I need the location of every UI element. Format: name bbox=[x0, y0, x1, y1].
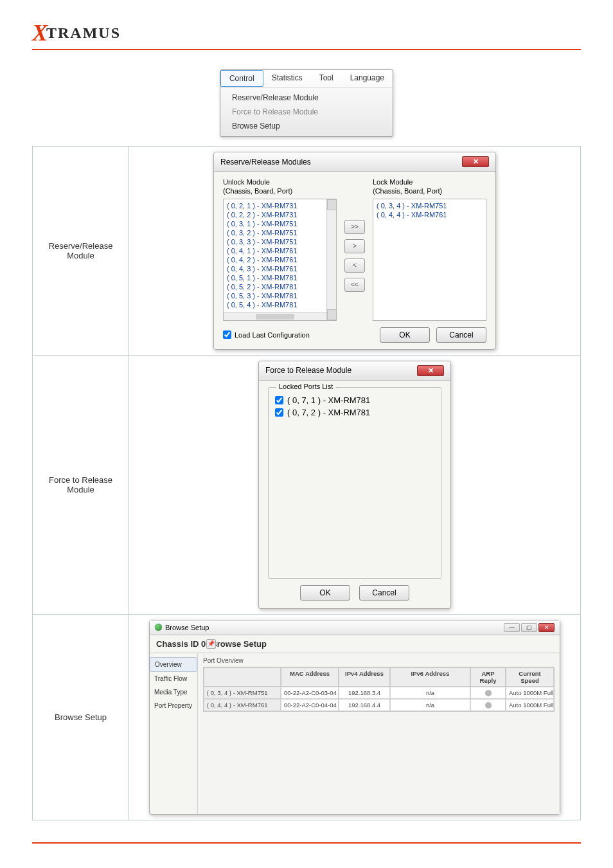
cell-mac: 00-22-A2-C0-03-04 bbox=[281, 687, 339, 699]
move-left-button[interactable]: < bbox=[344, 258, 365, 273]
cell-port: ( 0, 4, 4 ) - XM-RM761 bbox=[204, 699, 281, 711]
col-ipv4: IPv4 Address bbox=[339, 667, 390, 687]
list-item[interactable]: ( 0, 2, 2 ) - XM-RM731 bbox=[226, 210, 334, 219]
side-tab-overview[interactable]: Overview bbox=[150, 657, 197, 672]
menu-tab-tool[interactable]: Tool bbox=[311, 70, 342, 87]
locked-list: ( 0, 7, 1 ) - XM-RM781( 0, 7, 2 ) - XM-R… bbox=[272, 394, 437, 574]
cancel-button[interactable]: Cancel bbox=[436, 327, 486, 343]
list-item[interactable]: ( 0, 4, 1 ) - XM-RM761 bbox=[226, 246, 334, 255]
cell-ipv4: 192.168.4.4 bbox=[339, 699, 390, 711]
menu-bar: Control Statistics Tool Language bbox=[220, 70, 393, 87]
minimize-icon[interactable]: — bbox=[504, 623, 520, 632]
menu-item-reserve[interactable]: Reserve/Release Module bbox=[220, 91, 393, 105]
move-all-right-button[interactable]: >> bbox=[344, 220, 365, 234]
grid-header: MAC Address IPv4 Address IPv6 Address AR… bbox=[204, 667, 554, 687]
load-last-label: Load Last Configuration bbox=[235, 331, 310, 339]
side-tabs: Overview Traffic Flow Media Type Port Pr… bbox=[150, 653, 198, 814]
logo-text: TRAMUS bbox=[46, 24, 121, 42]
maximize-icon[interactable]: ▢ bbox=[521, 623, 537, 632]
locked-item-checkbox[interactable] bbox=[275, 408, 283, 417]
ok-button[interactable]: OK bbox=[300, 585, 350, 601]
window-controls: — ▢ ✕ bbox=[504, 623, 555, 632]
locked-item-label: ( 0, 7, 2 ) - XM-RM781 bbox=[287, 408, 370, 417]
cell-ipv4: 192.168.3.4 bbox=[339, 687, 390, 699]
force-release-window: Force to Release Module ✕ Locked Ports L… bbox=[258, 361, 451, 609]
menu-tab-language[interactable]: Language bbox=[342, 70, 393, 87]
cancel-button[interactable]: Cancel bbox=[359, 585, 409, 601]
footer-rule bbox=[32, 842, 581, 844]
row3-label: Browse Setup bbox=[33, 614, 129, 820]
scrollbar-vertical[interactable] bbox=[326, 199, 336, 320]
logo-x: X bbox=[32, 19, 48, 46]
cell-speed: Auto 1000M Full bbox=[506, 699, 554, 711]
list-item[interactable]: ( 0, 5, 2 ) - XM-RM781 bbox=[226, 282, 334, 291]
close-icon[interactable]: ✕ bbox=[417, 365, 444, 376]
arp-dot-icon bbox=[485, 690, 492, 696]
list-item[interactable]: ( 0, 5, 1 ) - XM-RM781 bbox=[226, 273, 334, 282]
load-last-checkbox[interactable]: Load Last Configuration bbox=[223, 330, 310, 339]
list-item[interactable]: ( 0, 3, 3 ) - XM-RM751 bbox=[226, 237, 334, 246]
move-right-button[interactable]: > bbox=[344, 239, 365, 253]
browse-setup-window: Browse Setup — ▢ ✕ Chassis ID 0: Browse … bbox=[149, 620, 560, 815]
list-item[interactable]: ( 0, 4, 3 ) - XM-RM761 bbox=[226, 264, 334, 273]
cell-ipv6: n/a bbox=[390, 687, 470, 699]
side-tab-port[interactable]: Port Property bbox=[150, 699, 197, 712]
load-last-input[interactable] bbox=[223, 330, 231, 339]
cell-arp bbox=[470, 699, 506, 711]
pane-label: Port Overview bbox=[203, 656, 555, 667]
col-blank bbox=[204, 667, 281, 687]
cell-port: ( 0, 3, 4 ) - XM-RM751 bbox=[204, 687, 281, 699]
arp-dot-icon bbox=[485, 702, 492, 709]
menu-tab-control[interactable]: Control bbox=[220, 70, 263, 87]
list-item[interactable]: ( 0, 4, 2 ) - XM-RM761 bbox=[226, 255, 334, 264]
close-icon[interactable]: ✕ bbox=[462, 156, 489, 167]
menu-screenshot: Control Statistics Tool Language Reserve… bbox=[32, 69, 581, 137]
scrollbar-horizontal[interactable] bbox=[224, 312, 326, 320]
list-item[interactable]: ( 0, 3, 4 ) - XM-RM751 bbox=[375, 201, 484, 210]
locked-item[interactable]: ( 0, 7, 2 ) - XM-RM781 bbox=[272, 406, 437, 419]
list-item[interactable]: ( 0, 2, 1 ) - XM-RM731 bbox=[226, 201, 334, 210]
table-row[interactable]: ( 0, 4, 4 ) - XM-RM76100-22-A2-C0-04-041… bbox=[204, 699, 554, 711]
pin-icon[interactable]: 📌 bbox=[206, 639, 216, 649]
lock-listbox[interactable]: ( 0, 3, 4 ) - XM-RM751( 0, 4, 4 ) - XM-R… bbox=[373, 199, 486, 321]
reserve-titlebar: Reserve/Release Modules ✕ bbox=[214, 152, 495, 172]
side-tab-traffic[interactable]: Traffic Flow bbox=[150, 672, 197, 685]
browse-title-text: Browse Setup bbox=[165, 624, 209, 631]
dropdown-menu: Control Statistics Tool Language Reserve… bbox=[220, 69, 393, 137]
locked-item-checkbox[interactable] bbox=[275, 396, 283, 404]
list-item[interactable]: ( 0, 4, 4 ) - XM-RM761 bbox=[375, 210, 484, 219]
menu-items: Reserve/Release Module Force to Release … bbox=[220, 87, 393, 136]
col-mac: MAC Address bbox=[281, 667, 339, 687]
menu-item-browse[interactable]: Browse Setup bbox=[220, 119, 393, 133]
col-speed: Current Speed bbox=[506, 667, 554, 687]
list-item[interactable]: ( 0, 3, 2 ) - XM-RM751 bbox=[226, 228, 334, 237]
feature-table: Reserve/Release Module Reserve/Release M… bbox=[32, 146, 581, 820]
cell-ipv6: n/a bbox=[390, 699, 470, 711]
side-tab-media[interactable]: Media Type bbox=[150, 685, 197, 699]
move-all-left-button[interactable]: << bbox=[344, 278, 365, 292]
unlock-listbox[interactable]: ( 0, 2, 1 ) - XM-RM731( 0, 2, 2 ) - XM-R… bbox=[223, 199, 337, 321]
port-grid: MAC Address IPv4 Address IPv6 Address AR… bbox=[203, 667, 555, 712]
locked-list-group: Locked Ports List ( 0, 7, 1 ) - XM-RM781… bbox=[268, 387, 441, 579]
browse-titlebar: Browse Setup — ▢ ✕ bbox=[150, 620, 560, 635]
lock-label: Lock Module (Chassis, Board, Port) bbox=[373, 178, 486, 196]
table-row[interactable]: ( 0, 3, 4 ) - XM-RM75100-22-A2-C0-03-041… bbox=[204, 687, 554, 699]
menu-tab-statistics[interactable]: Statistics bbox=[263, 70, 311, 87]
status-dot-icon bbox=[155, 624, 162, 631]
transfer-buttons: >> > < << bbox=[344, 178, 365, 321]
row1-label: Reserve/Release Module bbox=[33, 147, 129, 356]
locked-list-label: Locked Ports List bbox=[276, 383, 335, 390]
list-item[interactable]: ( 0, 3, 1 ) - XM-RM751 bbox=[226, 219, 334, 228]
list-item[interactable]: ( 0, 5, 3 ) - XM-RM781 bbox=[226, 291, 334, 300]
xtramus-logo: X TRAMUS bbox=[32, 19, 581, 46]
force-title-text: Force to Release Module bbox=[265, 366, 351, 375]
close-icon[interactable]: ✕ bbox=[538, 623, 555, 632]
locked-item-label: ( 0, 7, 1 ) - XM-RM781 bbox=[287, 395, 370, 405]
col-arp: ARP Reply bbox=[470, 667, 506, 687]
reserve-title-text: Reserve/Release Modules bbox=[220, 158, 311, 167]
locked-item[interactable]: ( 0, 7, 1 ) - XM-RM781 bbox=[272, 394, 437, 406]
list-item[interactable]: ( 0, 5, 4 ) - XM-RM781 bbox=[226, 300, 334, 309]
unlock-label: Unlock Module (Chassis, Board, Port) bbox=[223, 178, 337, 196]
menu-item-force[interactable]: Force to Release Module bbox=[220, 105, 393, 119]
ok-button[interactable]: OK bbox=[380, 327, 430, 343]
